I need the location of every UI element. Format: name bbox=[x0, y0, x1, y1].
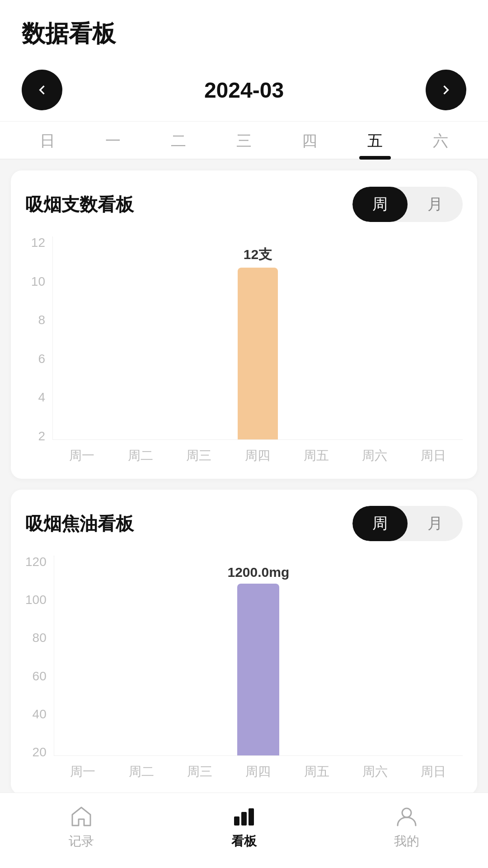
nav-dashboard-label: 看板 bbox=[231, 833, 257, 850]
month-nav: 2024-03 bbox=[0, 59, 488, 122]
smoke-count-chart: 12108642 12支 周一周二周三周四周五周六周日 bbox=[25, 236, 463, 464]
weekday-item-0[interactable]: 日 bbox=[14, 131, 80, 159]
page-title: 数据看板 bbox=[22, 18, 466, 50]
bar-column bbox=[53, 422, 112, 439]
bar-column bbox=[112, 738, 170, 755]
weekday-item-5[interactable]: 五 bbox=[343, 131, 408, 159]
tar-toggle-group: 周 月 bbox=[352, 506, 463, 541]
tar-header: 吸烟焦油看板 周 月 bbox=[25, 506, 463, 541]
weekday-row: 日一二三四五六 bbox=[0, 122, 488, 160]
bar-column: 12支 bbox=[229, 245, 287, 439]
bar-column bbox=[112, 422, 170, 439]
x-axis-label: 周三 bbox=[169, 447, 228, 464]
y-axis-label: 8 bbox=[38, 314, 45, 326]
x-axis-label: 周三 bbox=[170, 763, 229, 780]
bar-column bbox=[170, 422, 229, 439]
y-axis-label: 2 bbox=[38, 430, 45, 443]
nav-item-dashboard[interactable]: 看板 bbox=[231, 804, 257, 850]
tar-title: 吸烟焦油看板 bbox=[25, 511, 134, 536]
x-axis-label: 周六 bbox=[346, 763, 404, 780]
home-icon bbox=[69, 804, 94, 829]
nav-profile-label: 我的 bbox=[394, 833, 419, 850]
x-axis-label: 周五 bbox=[287, 763, 346, 780]
y-axis-label: 4 bbox=[38, 391, 45, 404]
y-axis-label: 100 bbox=[25, 594, 47, 606]
svg-rect-1 bbox=[241, 812, 247, 826]
svg-rect-2 bbox=[249, 808, 254, 826]
tar-chart: 12010080604020 1200.0mg 周一周二周三周四周五周六周日 bbox=[25, 556, 463, 780]
bottom-nav: 记录 看板 我的 bbox=[0, 793, 488, 868]
weekday-item-3[interactable]: 三 bbox=[211, 131, 277, 159]
bar-value-label: 1200.0mg bbox=[227, 565, 289, 580]
x-axis-label: 周日 bbox=[404, 763, 463, 780]
weekday-item-6[interactable]: 六 bbox=[408, 131, 474, 159]
weekday-item-4[interactable]: 四 bbox=[277, 131, 343, 159]
x-axis-label: 周一 bbox=[52, 447, 111, 464]
nav-item-profile[interactable]: 我的 bbox=[394, 804, 419, 850]
dashboard-icon bbox=[231, 804, 257, 829]
x-axis-label: 周二 bbox=[111, 447, 170, 464]
tar-month-toggle[interactable]: 月 bbox=[408, 506, 463, 541]
smoke-count-header: 吸烟支数看板 周 月 bbox=[25, 187, 463, 222]
bar-column bbox=[287, 422, 346, 439]
bar-value-label: 12支 bbox=[244, 245, 272, 264]
x-axis-label: 周一 bbox=[54, 763, 112, 780]
right-arrow-icon bbox=[437, 81, 455, 99]
smoke-count-title: 吸烟支数看板 bbox=[25, 192, 134, 217]
left-arrow-icon bbox=[33, 81, 51, 99]
x-axis-label: 周五 bbox=[287, 447, 346, 464]
svg-rect-0 bbox=[234, 816, 239, 826]
smoke-count-section: 吸烟支数看板 周 月 12108642 12支 周一周二周三周四周五周六周日 bbox=[11, 170, 477, 479]
x-axis-label: 周六 bbox=[346, 447, 404, 464]
prev-month-button[interactable] bbox=[22, 70, 62, 110]
nav-item-record[interactable]: 记录 bbox=[69, 804, 94, 850]
y-axis-label: 80 bbox=[33, 632, 47, 644]
nav-record-label: 记录 bbox=[69, 833, 94, 850]
bar-column bbox=[170, 738, 228, 755]
bar-column bbox=[54, 738, 112, 755]
weekday-active-indicator bbox=[359, 156, 391, 160]
bar-column bbox=[346, 422, 404, 439]
x-axis-label: 周二 bbox=[112, 763, 170, 780]
tar-week-toggle[interactable]: 周 bbox=[352, 506, 408, 541]
tar-section: 吸烟焦油看板 周 月 12010080604020 1200.0mg 周一周二周… bbox=[11, 490, 477, 795]
bar-column bbox=[404, 422, 463, 439]
y-axis-label: 20 bbox=[33, 746, 47, 759]
smoke-count-toggle-group: 周 月 bbox=[352, 187, 463, 222]
bar bbox=[238, 268, 277, 439]
bar-column: 1200.0mg bbox=[227, 565, 289, 755]
bar-column bbox=[405, 738, 463, 755]
tar-chart-area: 1200.0mg 周一周二周三周四周五周六周日 bbox=[54, 556, 463, 780]
weekday-item-1[interactable]: 一 bbox=[80, 131, 145, 159]
svg-point-3 bbox=[402, 808, 411, 817]
x-axis-label: 周四 bbox=[229, 763, 287, 780]
smoke-count-week-toggle[interactable]: 周 bbox=[352, 187, 408, 222]
smoke-count-chart-area: 12支 周一周二周三周四周五周六周日 bbox=[52, 236, 463, 464]
weekday-item-2[interactable]: 二 bbox=[145, 131, 211, 159]
current-month-label: 2024-03 bbox=[204, 78, 284, 103]
y-axis-label: 12 bbox=[31, 236, 45, 249]
bar-column bbox=[289, 738, 347, 755]
page-header: 数据看板 bbox=[0, 0, 488, 59]
bar-column bbox=[347, 738, 405, 755]
next-month-button[interactable] bbox=[426, 70, 466, 110]
y-axis-label: 10 bbox=[31, 275, 45, 288]
x-axis-label: 周四 bbox=[228, 447, 287, 464]
smoke-count-month-toggle[interactable]: 月 bbox=[408, 187, 463, 222]
x-axis-label: 周日 bbox=[404, 447, 463, 464]
y-axis-label: 60 bbox=[33, 670, 47, 683]
y-axis-label: 40 bbox=[33, 708, 47, 721]
bar bbox=[237, 584, 279, 755]
profile-icon bbox=[394, 804, 419, 829]
y-axis-label: 120 bbox=[25, 556, 47, 568]
y-axis-label: 6 bbox=[38, 353, 45, 365]
